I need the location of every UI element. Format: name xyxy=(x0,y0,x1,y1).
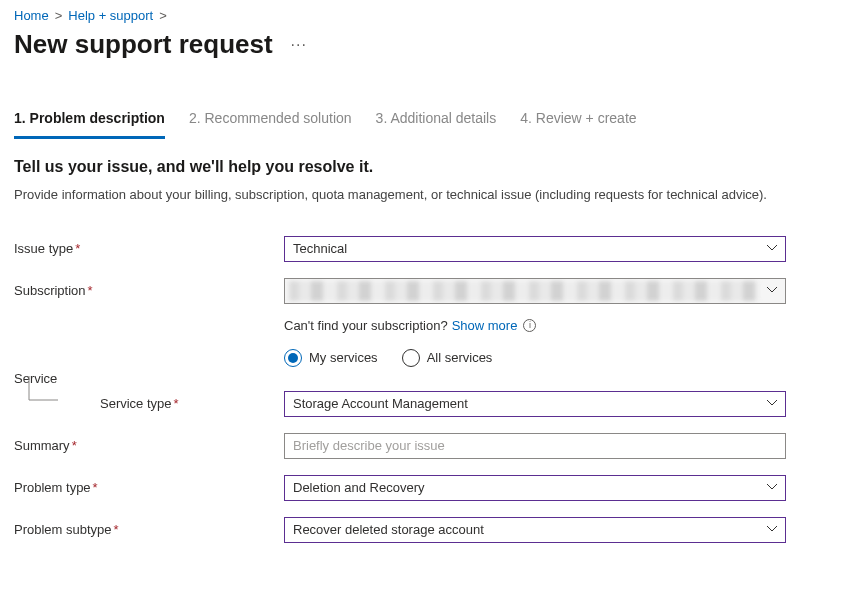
problem-type-label: Problem type* xyxy=(14,480,284,495)
required-indicator: * xyxy=(114,522,119,537)
info-icon[interactable]: i xyxy=(523,319,536,332)
breadcrumb-home[interactable]: Home xyxy=(14,8,49,23)
wizard-tabs: 1. Problem description 2. Recommended so… xyxy=(14,102,852,140)
service-type-select[interactable]: Storage Account Management xyxy=(284,391,786,417)
tab-additional-details[interactable]: 3. Additional details xyxy=(376,102,497,139)
summary-label: Summary* xyxy=(14,438,284,453)
section-description: Provide information about your billing, … xyxy=(14,186,774,204)
radio-all-services[interactable]: All services xyxy=(402,349,493,367)
required-indicator: * xyxy=(93,480,98,495)
tab-recommended-solution[interactable]: 2. Recommended solution xyxy=(189,102,352,139)
chevron-right-icon: > xyxy=(159,8,167,23)
tab-problem-description[interactable]: 1. Problem description xyxy=(14,102,165,139)
problem-subtype-select[interactable]: Recover deleted storage account xyxy=(284,517,786,543)
radio-icon xyxy=(284,349,302,367)
radio-icon xyxy=(402,349,420,367)
redacted-content xyxy=(289,281,759,301)
radio-my-services[interactable]: My services xyxy=(284,349,378,367)
issue-type-label: Issue type* xyxy=(14,241,284,256)
page-header: New support request ··· xyxy=(14,29,852,60)
issue-type-select[interactable]: Technical xyxy=(284,236,786,262)
breadcrumb: Home > Help + support > xyxy=(14,8,852,23)
service-type-label: Service type xyxy=(100,396,172,411)
subscription-helper: Can't find your subscription? Show more … xyxy=(284,318,852,333)
problem-subtype-label: Problem subtype* xyxy=(14,522,284,537)
page-title: New support request xyxy=(14,29,273,60)
more-actions-button[interactable]: ··· xyxy=(291,36,307,54)
required-indicator: * xyxy=(72,438,77,453)
tree-line-icon xyxy=(28,376,68,416)
chevron-right-icon: > xyxy=(55,8,63,23)
summary-input[interactable]: Briefly describe your issue xyxy=(284,433,786,459)
show-more-link[interactable]: Show more xyxy=(452,318,518,333)
breadcrumb-help-support[interactable]: Help + support xyxy=(68,8,153,23)
subscription-select[interactable] xyxy=(284,278,786,304)
section-heading: Tell us your issue, and we'll help you r… xyxy=(14,158,852,176)
tab-review-create[interactable]: 4. Review + create xyxy=(520,102,636,139)
required-indicator: * xyxy=(174,396,179,411)
subscription-label: Subscription* xyxy=(14,283,284,298)
problem-type-select[interactable]: Deletion and Recovery xyxy=(284,475,786,501)
required-indicator: * xyxy=(88,283,93,298)
required-indicator: * xyxy=(75,241,80,256)
